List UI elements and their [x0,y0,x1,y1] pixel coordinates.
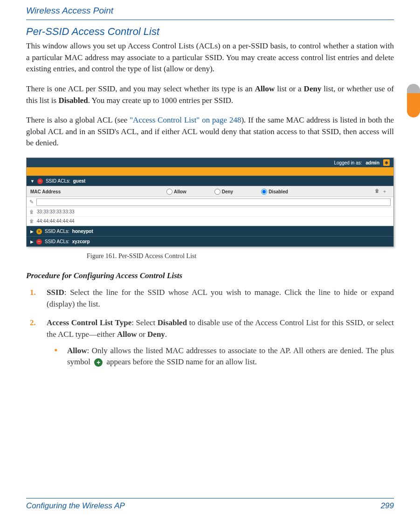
orange-toolbar [27,167,393,176]
step-1: SSID: Select the line for the SSID whose… [45,287,394,310]
minus-icon: − [36,239,42,245]
ssid-label: SSID ACLs: [45,229,69,234]
intro-paragraph-2: There is one ACL per SSID, and you may s… [26,83,394,106]
section-title: Per-SSID Access Control List [26,26,394,38]
footer-left: Configuring the Wireless AP [26,501,125,511]
sub1-b: appears before the SSID name for an allo… [104,357,257,366]
th-mac-address: MAC Address [27,189,166,194]
intro-paragraph-1: This window allows you set up Access Con… [26,41,394,75]
header-rule [26,20,394,20]
p2-g: . You may create up to 1000 entries per … [88,96,234,105]
ssid-row-honeypot[interactable]: ▶ ✕ SSID ACLs: honeypot [27,226,393,236]
procedure-heading: Procedure for Configuring Access Control… [26,271,394,280]
trash-icon[interactable]: 🗑 [29,219,34,224]
tab-orange-part [407,93,420,117]
mac-row-2: 🗑 44:44:44:44:44:44 [27,217,393,226]
login-status-bar: Logged in as: admin ✱ [27,158,393,167]
page-header-title: Wireless Access Point [26,6,394,16]
minus-icon: − [37,178,43,184]
mac-input[interactable] [36,198,391,206]
acl-table-header: MAC Address Allow Deny Disabled 🗑 ＋ [27,186,393,197]
ssid-label: SSID ACLs: [46,178,70,184]
radio-deny-label: Deny [222,189,233,194]
intro-paragraph-3: There is also a global ACL (see "Access … [26,115,394,149]
step2-bold2: Disabled [158,318,187,327]
ssid-row-xyzcorp[interactable]: ▶ − SSID ACLs: xyzcorp [27,236,393,246]
ssid-name-guest: guest [73,178,86,184]
ssid-name-xyzcorp: xyzcorp [72,239,90,244]
step2-m3: or [137,330,147,339]
chevron-down-icon: ▼ [30,179,34,184]
radio-deny[interactable]: Deny [214,189,233,195]
sub1-bold: Allow [67,346,87,355]
mac-input-row: ✎ [27,197,393,207]
p2-allow: Allow [255,84,275,93]
radio-allow[interactable]: Allow [166,189,186,195]
pencil-icon: ✎ [29,199,34,205]
trash-icon[interactable]: 🗑 [375,188,379,195]
p2-a: There is one ACL per SSID, and you may s… [26,84,255,93]
ssid-label: SSID ACLs: [45,239,69,244]
page-footer: Configuring the Wireless AP 299 [26,498,394,511]
chevron-right-icon: ▶ [30,239,34,244]
mac-value-2: 44:44:44:44:44:44 [37,219,75,224]
figure-caption: Figure 161. Per-SSID Access Control List [87,253,394,260]
step2-bold: Access Control List Type [47,318,131,327]
plus-icon: + [94,358,103,367]
radio-allow-label: Allow [174,189,186,194]
radio-disabled-label: Disabled [269,189,288,194]
radio-disabled[interactable]: Disabled [261,189,288,195]
p2-deny: Deny [304,84,322,93]
login-user: admin [366,160,379,165]
ssid-name-honeypot: honeypot [72,229,93,234]
step2-bold4: Deny [147,330,165,339]
step1-text: : Select the line for the SSID whose ACL… [47,288,394,308]
chevron-right-icon: ▶ [30,229,34,234]
login-prefix: Logged in as: [334,160,362,165]
step2-m1: : Select [131,318,158,327]
footer-page-number: 299 [381,501,394,511]
step2-bold3: Allow [117,330,137,339]
mac-row-1: 🗑 33:33:33:33:33:33 [27,207,393,217]
ssid-row-guest[interactable]: ▼ − SSID ACLs: guest [27,176,393,186]
step1-bold: SSID [47,288,64,297]
acl-ui-screenshot: Logged in as: admin ✱ ▼ − SSID ACLs: gue… [26,157,394,247]
p2-c: list or a [275,84,303,93]
p2-disabled: Disabled [58,96,88,105]
x-icon: ✕ [36,229,42,234]
p3-a: There is also a global ACL (see [26,116,130,124]
tab-grey-part [407,84,420,93]
page-edge-tab [407,84,420,117]
step2-end: . [165,330,167,339]
substep-allow: Allow: Only allows the listed MAC addres… [65,345,394,368]
add-icon[interactable]: ＋ [382,188,387,195]
trash-icon[interactable]: 🗑 [29,209,34,214]
mac-value-1: 33:33:33:33:33:33 [37,209,75,214]
step-2: Access Control List Type: Select Disable… [45,317,394,368]
acl-page-link[interactable]: "Access Control List" on page 248 [130,116,241,124]
gear-icon[interactable]: ✱ [383,159,390,166]
